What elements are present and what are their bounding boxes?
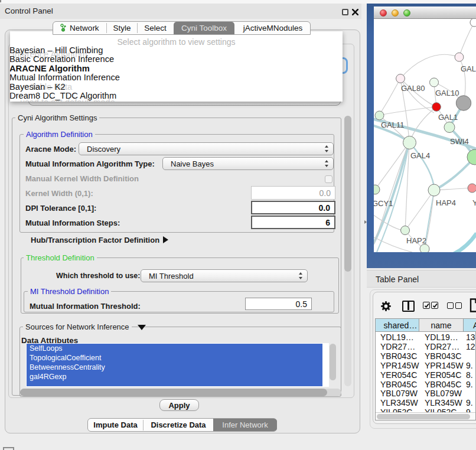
svg-text:GAL1: GAL1 bbox=[438, 113, 458, 122]
svg-text:GAL4: GAL4 bbox=[410, 151, 430, 160]
svg-text:GAL80: GAL80 bbox=[401, 84, 425, 93]
svg-text:GCY1: GCY1 bbox=[374, 199, 393, 208]
svg-text:HAP4: HAP4 bbox=[436, 198, 456, 207]
svg-text:SWI4: SWI4 bbox=[450, 137, 469, 146]
svg-text:GAL11: GAL11 bbox=[381, 120, 405, 129]
svg-text:Y: Y bbox=[472, 198, 476, 207]
svg-text:HAP2: HAP2 bbox=[406, 236, 426, 245]
svg-text:GAL: GAL bbox=[461, 64, 476, 73]
svg-text:GAL10: GAL10 bbox=[435, 89, 459, 97]
